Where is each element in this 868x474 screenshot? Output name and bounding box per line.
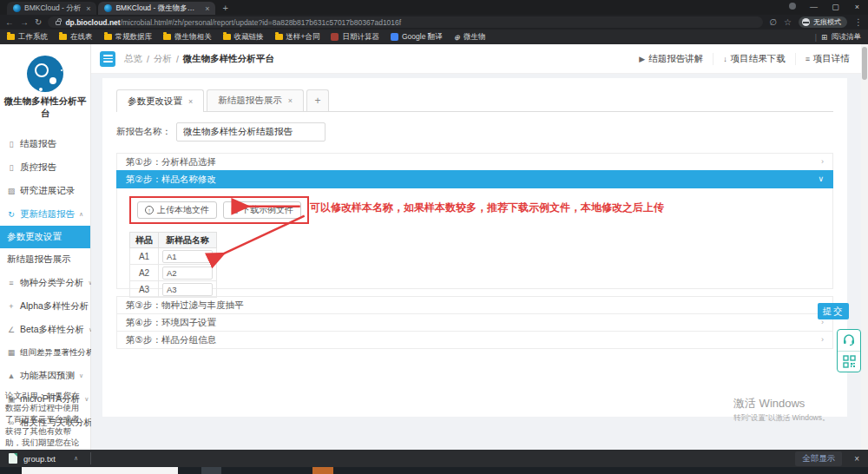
tab-close-icon[interactable]: ×	[86, 4, 90, 13]
close-icon[interactable]: ×	[846, 0, 868, 15]
sidebar-item-label: 物种分类学分析	[20, 277, 84, 289]
minimize-icon[interactable]: —	[803, 0, 825, 15]
windows-activation-watermark: 激活 Windows 转到“设置”以激活 Windows。	[733, 396, 830, 424]
maximize-icon[interactable]: ▢	[825, 0, 846, 15]
tab-close-icon[interactable]: ×	[288, 96, 293, 105]
taskbar-search-box[interactable]	[22, 467, 178, 474]
breadcrumb-analysis[interactable]: 分析	[154, 53, 172, 65]
add-tab-button[interactable]: +	[306, 89, 329, 111]
sidebar-item-group-difference[interactable]: ▦组间差异显著性分析∨	[0, 341, 90, 364]
bookmark-item[interactable]: 日期计算器	[331, 32, 379, 43]
report-explain-button[interactable]: ▶结题报告讲解	[629, 53, 713, 65]
address-bar-actions: ∅ ☆ 无痕模式 ⋮	[769, 16, 863, 28]
bookmark-item[interactable]: Google 翻译	[391, 32, 443, 43]
watermark-line1: 激活 Windows	[733, 396, 830, 411]
windows-taskbar	[0, 467, 868, 474]
tab-title: BMKCloud - 微生物多样性分析	[115, 3, 200, 14]
alpha-icon: +	[7, 302, 16, 311]
step-1-sample-selection[interactable]: 第①步：分析样品选择›	[116, 153, 833, 171]
breadcrumb-overview[interactable]: 总览	[124, 53, 142, 65]
reading-list-button[interactable]: |⊞阅读清单	[815, 32, 861, 43]
upload-icon: ↑	[145, 206, 154, 214]
group-diff-icon: ▦	[7, 348, 16, 357]
bookmark-item[interactable]: 工作系统	[7, 32, 48, 43]
browser-tab-1[interactable]: BMKCloud - 分析 ×	[7, 2, 96, 15]
new-sample-name-input[interactable]	[162, 267, 213, 280]
sidebar-item-new-report-display[interactable]: 新结题报告展示	[0, 248, 90, 271]
new-name-cell	[159, 265, 217, 281]
tab-label: 新结题报告展示	[218, 95, 282, 107]
browser-settings-icon[interactable]	[781, 0, 803, 15]
back-icon[interactable]: ←	[5, 17, 14, 27]
bookmark-label: 常规数据库	[115, 32, 153, 43]
page-scrollbar[interactable]	[861, 44, 868, 450]
url-path: /microbial.html#/zh/personal/report/upda…	[121, 18, 402, 27]
report-name-input[interactable]	[176, 122, 326, 142]
tab-close-icon[interactable]: ×	[188, 97, 193, 106]
step-label: 第②步：样品名称修改	[126, 171, 216, 188]
step-4-env-factor[interactable]: 第④步：环境因子设置›	[116, 313, 833, 332]
sidebar-item-param-settings[interactable]: 参数更改设置	[0, 226, 90, 248]
tab-new-report-display[interactable]: 新结题报告展示×	[207, 89, 304, 111]
sidebar-item-functional-gene[interactable]: ▲功能基因预测∨	[0, 364, 90, 387]
bookmark-item[interactable]: 微生物相关	[163, 32, 212, 43]
browser-tab-2[interactable]: BMKCloud - 微生物多样性分析 ×	[98, 2, 215, 15]
chevron-up-icon[interactable]: ∧	[74, 455, 78, 462]
submit-button[interactable]: 提交	[818, 303, 849, 319]
sidebar-item-label: 结题报告	[20, 138, 56, 150]
close-shelf-icon[interactable]: ×	[854, 454, 859, 464]
taskbar-app-icon[interactable]	[312, 467, 333, 474]
bookmark-item[interactable]: 收藏链接	[223, 32, 264, 43]
sidebar-item-qc-report[interactable]: ▯质控报告	[0, 155, 90, 179]
steps-accordion: 第①步：分析样品选择› 第②步：样品名称修改∨	[116, 153, 833, 349]
qr-code-button[interactable]	[838, 351, 860, 372]
col-new-sample-name: 新样品名称	[159, 233, 217, 248]
new-tab-button[interactable]: +	[222, 2, 227, 15]
scrollbar-thumb[interactable]	[862, 47, 867, 80]
bookmark-item[interactable]: 在线表	[59, 32, 93, 43]
sidebar-item-taxonomy-analysis[interactable]: ≡物种分类学分析∨	[0, 271, 90, 294]
taxonomy-icon: ≡	[7, 279, 16, 287]
sidebar-item-beta-diversity[interactable]: ∠Beta多样性分析∨	[0, 318, 90, 341]
bookmark-star-icon[interactable]: ☆	[784, 17, 792, 27]
bookmark-item[interactable]: 常规数据库	[104, 32, 153, 43]
sidebar-item-label: Alpha多样性分析	[20, 300, 89, 313]
sidebar-item-update-report[interactable]: ↻更新结题报告∧	[0, 202, 90, 226]
bookmark-label: 工作系统	[18, 32, 48, 43]
eye-blocked-icon[interactable]: ∅	[769, 17, 777, 27]
menu-dots-icon[interactable]: ⋮	[854, 17, 863, 27]
sidebar-item-label: 研究进展记录	[20, 185, 75, 197]
video-icon: ▶	[639, 55, 645, 63]
customer-support-button[interactable]	[838, 330, 860, 351]
sidebar-item-progress-record[interactable]: ▨研究进展记录	[0, 179, 90, 202]
folder-icon	[275, 34, 283, 40]
sample-cell: A2	[130, 265, 159, 281]
tab-param-settings[interactable]: 参数更改设置×	[116, 89, 204, 112]
sidebar-item-alpha-diversity[interactable]: +Alpha多样性分析∨	[0, 294, 90, 318]
function-icon: ▲	[7, 372, 16, 380]
new-sample-name-input[interactable]	[162, 283, 213, 296]
step-5-grouping-info[interactable]: 第⑤步：样品分组信息›	[116, 331, 833, 349]
new-sample-name-input[interactable]	[162, 250, 213, 263]
bookmark-item[interactable]: ⊕微生物	[454, 32, 486, 43]
sidebar-item-final-report[interactable]: ▯结题报告	[0, 132, 90, 155]
document-icon: ▯	[7, 163, 16, 172]
taskbar-app-icon[interactable]	[201, 467, 221, 474]
hamburger-menu-icon[interactable]	[100, 51, 115, 67]
step-2-sample-rename[interactable]: 第②步：样品名称修改∨	[116, 170, 833, 188]
folder-icon	[104, 34, 112, 40]
tab-close-icon[interactable]: ×	[205, 4, 209, 13]
project-result-download-button[interactable]: ↓项目结果下载	[713, 53, 795, 65]
upload-local-file-button[interactable]: ↑上传本地文件	[137, 201, 217, 219]
step-3-species-filter[interactable]: 第③步：物种过滤与丰度抽平›	[116, 296, 833, 314]
reload-icon[interactable]: ↻	[35, 17, 42, 27]
report-tabs: 参数更改设置× 新结题报告展示× +	[116, 89, 833, 112]
downloaded-file-chip[interactable]: group.txt ∧	[9, 453, 78, 464]
url-input[interactable]: dp.biocloud.net/microbial.html#/zh/perso…	[48, 16, 763, 28]
bookmark-item[interactable]: 送样+合同	[275, 32, 320, 43]
forward-icon[interactable]: →	[20, 17, 29, 27]
download-example-file-button[interactable]: ▤下载示例文件	[223, 201, 301, 219]
sidebar-item-label: 组间差异显著性分析	[20, 347, 95, 359]
project-detail-button[interactable]: ≡项目详情	[795, 53, 859, 65]
show-all-downloads-button[interactable]: 全部显示	[795, 451, 842, 466]
